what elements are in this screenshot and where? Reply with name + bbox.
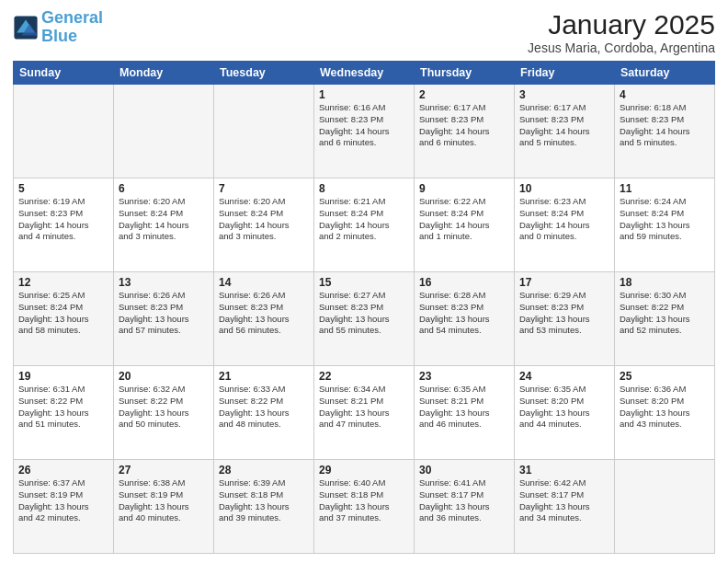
- day-number: 7: [219, 182, 309, 195]
- day-header-saturday: Saturday: [615, 62, 715, 85]
- day-info: Sunrise: 6:39 AM Sunset: 8:18 PM Dayligh…: [219, 477, 309, 524]
- day-info: Sunrise: 6:18 AM Sunset: 8:23 PM Dayligh…: [620, 102, 710, 149]
- title-area: January 2025 Jesus Maria, Cordoba, Argen…: [528, 9, 715, 55]
- logo-area: GeneralBlue: [13, 9, 103, 46]
- calendar-cell: 31Sunrise: 6:42 AM Sunset: 8:17 PM Dayli…: [515, 460, 615, 554]
- calendar-cell: 1Sunrise: 6:16 AM Sunset: 8:23 PM Daylig…: [314, 85, 415, 178]
- calendar-cell: 21Sunrise: 6:33 AM Sunset: 8:22 PM Dayli…: [214, 366, 314, 460]
- day-info: Sunrise: 6:33 AM Sunset: 8:22 PM Dayligh…: [219, 384, 309, 431]
- calendar-cell: 22Sunrise: 6:34 AM Sunset: 8:21 PM Dayli…: [314, 366, 415, 460]
- calendar-cell: 16Sunrise: 6:28 AM Sunset: 8:23 PM Dayli…: [415, 272, 515, 366]
- calendar-cell: 28Sunrise: 6:39 AM Sunset: 8:18 PM Dayli…: [214, 460, 314, 554]
- day-header-sunday: Sunday: [14, 62, 114, 85]
- day-info: Sunrise: 6:40 AM Sunset: 8:18 PM Dayligh…: [319, 477, 409, 524]
- day-info: Sunrise: 6:34 AM Sunset: 8:21 PM Dayligh…: [319, 384, 409, 431]
- calendar-cell: [214, 85, 314, 178]
- calendar-cell: 11Sunrise: 6:24 AM Sunset: 8:24 PM Dayli…: [615, 178, 715, 272]
- calendar-cell: 24Sunrise: 6:35 AM Sunset: 8:20 PM Dayli…: [515, 366, 615, 460]
- calendar-cell: 5Sunrise: 6:19 AM Sunset: 8:23 PM Daylig…: [14, 178, 114, 272]
- day-info: Sunrise: 6:20 AM Sunset: 8:24 PM Dayligh…: [219, 196, 309, 243]
- day-number: 6: [119, 182, 209, 195]
- calendar-cell: [14, 85, 114, 178]
- day-info: Sunrise: 6:22 AM Sunset: 8:24 PM Dayligh…: [419, 196, 509, 243]
- calendar-cell: 4Sunrise: 6:18 AM Sunset: 8:23 PM Daylig…: [615, 85, 715, 178]
- calendar-cell: 8Sunrise: 6:21 AM Sunset: 8:24 PM Daylig…: [314, 178, 415, 272]
- header: GeneralBlue January 2025 Jesus Maria, Co…: [13, 9, 715, 55]
- day-number: 25: [620, 370, 710, 383]
- subtitle: Jesus Maria, Cordoba, Argentina: [528, 40, 715, 55]
- day-number: 22: [319, 370, 409, 383]
- day-info: Sunrise: 6:35 AM Sunset: 8:21 PM Dayligh…: [419, 384, 509, 431]
- calendar-cell: [114, 85, 214, 178]
- day-info: Sunrise: 6:17 AM Sunset: 8:23 PM Dayligh…: [519, 102, 609, 149]
- calendar-cell: 3Sunrise: 6:17 AM Sunset: 8:23 PM Daylig…: [515, 85, 615, 178]
- calendar-cell: 18Sunrise: 6:30 AM Sunset: 8:22 PM Dayli…: [615, 272, 715, 366]
- day-number: 8: [319, 182, 409, 195]
- day-info: Sunrise: 6:38 AM Sunset: 8:19 PM Dayligh…: [119, 477, 209, 524]
- day-number: 23: [419, 370, 509, 383]
- day-number: 15: [319, 276, 409, 289]
- day-header-monday: Monday: [114, 62, 214, 85]
- day-number: 17: [519, 276, 609, 289]
- calendar-cell: 29Sunrise: 6:40 AM Sunset: 8:18 PM Dayli…: [314, 460, 415, 554]
- calendar-cell: 12Sunrise: 6:25 AM Sunset: 8:24 PM Dayli…: [14, 272, 114, 366]
- calendar-table: SundayMondayTuesdayWednesdayThursdayFrid…: [13, 61, 715, 554]
- calendar-cell: 9Sunrise: 6:22 AM Sunset: 8:24 PM Daylig…: [415, 178, 515, 272]
- day-number: 3: [519, 88, 609, 101]
- calendar-cell: 25Sunrise: 6:36 AM Sunset: 8:20 PM Dayli…: [615, 366, 715, 460]
- calendar-cell: 6Sunrise: 6:20 AM Sunset: 8:24 PM Daylig…: [114, 178, 214, 272]
- week-row-4: 19Sunrise: 6:31 AM Sunset: 8:22 PM Dayli…: [14, 366, 715, 460]
- day-number: 18: [620, 276, 710, 289]
- day-number: 31: [519, 464, 609, 477]
- calendar-cell: 7Sunrise: 6:20 AM Sunset: 8:24 PM Daylig…: [214, 178, 314, 272]
- week-row-3: 12Sunrise: 6:25 AM Sunset: 8:24 PM Dayli…: [14, 272, 715, 366]
- day-header-wednesday: Wednesday: [314, 62, 415, 85]
- day-number: 24: [519, 370, 609, 383]
- day-number: 19: [18, 370, 108, 383]
- day-header-friday: Friday: [515, 62, 615, 85]
- day-number: 26: [18, 464, 108, 477]
- page: GeneralBlue January 2025 Jesus Maria, Co…: [0, 0, 728, 563]
- calendar-cell: 14Sunrise: 6:26 AM Sunset: 8:23 PM Dayli…: [214, 272, 314, 366]
- week-row-1: 1Sunrise: 6:16 AM Sunset: 8:23 PM Daylig…: [14, 85, 715, 178]
- day-info: Sunrise: 6:37 AM Sunset: 8:19 PM Dayligh…: [18, 477, 108, 524]
- week-row-2: 5Sunrise: 6:19 AM Sunset: 8:23 PM Daylig…: [14, 178, 715, 272]
- calendar-cell: 17Sunrise: 6:29 AM Sunset: 8:23 PM Dayli…: [515, 272, 615, 366]
- day-number: 1: [319, 88, 409, 101]
- day-info: Sunrise: 6:32 AM Sunset: 8:22 PM Dayligh…: [119, 384, 209, 431]
- day-info: Sunrise: 6:20 AM Sunset: 8:24 PM Dayligh…: [119, 196, 209, 243]
- day-number: 5: [18, 182, 108, 195]
- day-number: 16: [419, 276, 509, 289]
- calendar-cell: 15Sunrise: 6:27 AM Sunset: 8:23 PM Dayli…: [314, 272, 415, 366]
- day-header-thursday: Thursday: [415, 62, 515, 85]
- day-info: Sunrise: 6:16 AM Sunset: 8:23 PM Dayligh…: [319, 102, 409, 149]
- day-number: 13: [119, 276, 209, 289]
- day-info: Sunrise: 6:26 AM Sunset: 8:23 PM Dayligh…: [119, 290, 209, 337]
- day-info: Sunrise: 6:31 AM Sunset: 8:22 PM Dayligh…: [18, 384, 108, 431]
- week-row-5: 26Sunrise: 6:37 AM Sunset: 8:19 PM Dayli…: [14, 460, 715, 554]
- day-info: Sunrise: 6:25 AM Sunset: 8:24 PM Dayligh…: [18, 290, 108, 337]
- day-info: Sunrise: 6:30 AM Sunset: 8:22 PM Dayligh…: [620, 290, 710, 337]
- day-number: 4: [620, 88, 710, 101]
- day-info: Sunrise: 6:27 AM Sunset: 8:23 PM Dayligh…: [319, 290, 409, 337]
- day-number: 27: [119, 464, 209, 477]
- day-number: 29: [319, 464, 409, 477]
- day-info: Sunrise: 6:29 AM Sunset: 8:23 PM Dayligh…: [519, 290, 609, 337]
- calendar-cell: 20Sunrise: 6:32 AM Sunset: 8:22 PM Dayli…: [114, 366, 214, 460]
- logo-text: GeneralBlue: [41, 9, 103, 46]
- day-info: Sunrise: 6:42 AM Sunset: 8:17 PM Dayligh…: [519, 477, 609, 524]
- main-title: January 2025: [528, 9, 715, 40]
- day-number: 2: [419, 88, 509, 101]
- calendar-cell: 30Sunrise: 6:41 AM Sunset: 8:17 PM Dayli…: [415, 460, 515, 554]
- day-number: 12: [18, 276, 108, 289]
- day-number: 11: [620, 182, 710, 195]
- calendar-cell: 19Sunrise: 6:31 AM Sunset: 8:22 PM Dayli…: [14, 366, 114, 460]
- day-info: Sunrise: 6:28 AM Sunset: 8:23 PM Dayligh…: [419, 290, 509, 337]
- day-header-tuesday: Tuesday: [214, 62, 314, 85]
- day-number: 10: [519, 182, 609, 195]
- calendar-cell: 27Sunrise: 6:38 AM Sunset: 8:19 PM Dayli…: [114, 460, 214, 554]
- calendar-cell: 26Sunrise: 6:37 AM Sunset: 8:19 PM Dayli…: [14, 460, 114, 554]
- day-info: Sunrise: 6:19 AM Sunset: 8:23 PM Dayligh…: [18, 196, 108, 243]
- day-info: Sunrise: 6:26 AM Sunset: 8:23 PM Dayligh…: [219, 290, 309, 337]
- calendar-header-row: SundayMondayTuesdayWednesdayThursdayFrid…: [14, 62, 715, 85]
